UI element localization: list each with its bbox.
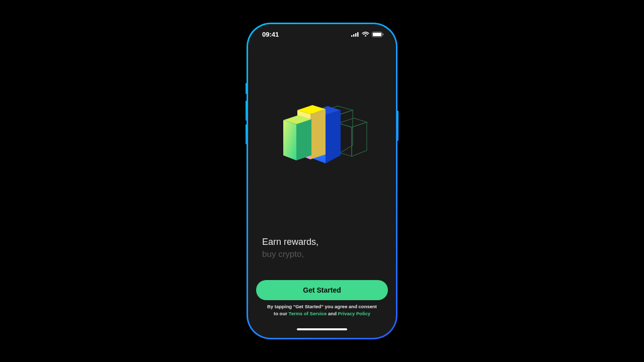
home-indicator[interactable] bbox=[248, 321, 396, 338]
wifi-icon bbox=[362, 32, 369, 37]
cta-area: Get Started By tapping "Get Started" you… bbox=[248, 280, 396, 321]
svg-rect-0 bbox=[351, 35, 353, 37]
svg-rect-1 bbox=[353, 34, 355, 37]
power-button bbox=[397, 111, 398, 141]
home-indicator-bar bbox=[297, 328, 347, 330]
side-button bbox=[246, 83, 247, 94]
get-started-button[interactable]: Get Started bbox=[256, 280, 388, 300]
volume-up-button bbox=[246, 101, 247, 121]
phone-screen: 09:41 bbox=[248, 24, 396, 338]
svg-rect-5 bbox=[373, 33, 381, 36]
svg-rect-2 bbox=[355, 33, 357, 37]
phone-frame: 09:41 bbox=[247, 23, 397, 339]
bars-3d-icon bbox=[274, 95, 370, 175]
privacy-policy-link[interactable]: Privacy Policy bbox=[338, 311, 370, 316]
terms-of-service-link[interactable]: Terms of Service bbox=[289, 311, 327, 316]
battery-icon bbox=[372, 32, 384, 37]
status-right bbox=[351, 32, 384, 37]
legal-text: By tapping "Get Started" you agree and c… bbox=[256, 300, 388, 317]
tagline-primary: Earn rewards, bbox=[262, 236, 382, 248]
legal-and: and bbox=[327, 311, 338, 316]
hero-illustration bbox=[248, 44, 396, 236]
tagline-group: Earn rewards, buy crypto, bbox=[248, 236, 396, 260]
tagline-secondary: buy crypto, bbox=[262, 249, 382, 260]
cellular-signal-icon bbox=[351, 32, 359, 37]
volume-down-button bbox=[246, 124, 247, 144]
svg-rect-3 bbox=[357, 32, 359, 37]
status-time: 09:41 bbox=[262, 31, 279, 38]
status-bar: 09:41 bbox=[248, 24, 396, 44]
svg-rect-6 bbox=[383, 33, 384, 35]
